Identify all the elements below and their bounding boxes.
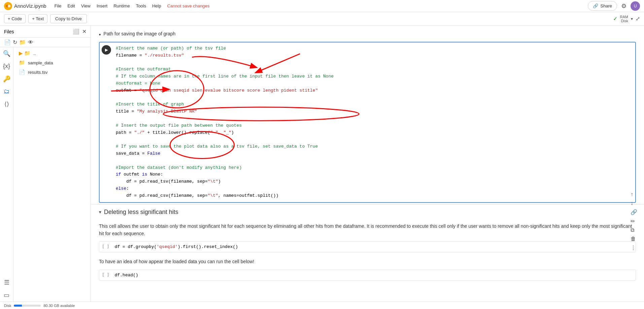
disk-fill (14, 305, 22, 307)
results-file-name: results.tsv (28, 70, 48, 75)
sidebar-title: Files (4, 29, 73, 34)
text-content-2: To have an idea of how appear the loaded… (99, 259, 254, 264)
code-line-comment-1: #Insert the name (or path) of the tsv fi… (116, 46, 226, 51)
sample-data-folder-name: sample_data (28, 60, 53, 65)
sidebar-header: Files ⬜ ✕ (0, 26, 91, 38)
disk-info-text: 80.30 GB available (43, 304, 75, 308)
add-text-button[interactable]: + Text (28, 14, 47, 23)
main-code-cell: ▶ #Insert the name (or path) of the tsv … (99, 42, 636, 203)
section-header-deleting: ▾ Deleting less significant hits (91, 204, 644, 220)
text-content-1: This cell allows the user to obtain only… (99, 223, 632, 236)
menu-view[interactable]: View (78, 2, 93, 10)
cell-bracket-2: [ ] (99, 242, 112, 252)
disk-usage-bar (14, 305, 41, 307)
file-item-results[interactable]: 📄 results.tsv (13, 67, 91, 77)
code-cell-3[interactable]: [ ] df.head() (99, 270, 636, 281)
sidebar-close-icon[interactable]: ✕ (82, 28, 86, 35)
nav-arrow-icon[interactable]: ⟨⟩ (4, 100, 9, 108)
nav-files-icon[interactable]: 🗂 (4, 88, 10, 95)
more-icon[interactable]: ⋮ (631, 245, 637, 251)
ram-disk-dropdown-icon[interactable]: ▾ (631, 17, 633, 21)
menu-tools[interactable]: Tools (133, 2, 149, 10)
file-toolbar: 📄 ↻ 📁 👁 (0, 38, 91, 47)
link-icon[interactable]: 🔗 (631, 209, 637, 215)
disk-label-bottom: Disk (4, 304, 11, 308)
svg-point-2 (8, 5, 10, 7)
upload-file-icon[interactable]: 📄 (4, 39, 11, 45)
notebook-content: • Path for saving the image of graph ▶ #… (91, 26, 644, 302)
code-cell-2[interactable]: [ ] df = df.groupby('qseqid').first().re… (99, 241, 636, 252)
section-title: Deleting less significant hits (104, 209, 178, 216)
bullet-cell: • Path for saving the image of graph (91, 26, 644, 40)
nav-secrets-icon[interactable]: 🔑 (3, 75, 10, 83)
code-content-3: df.head() (112, 270, 636, 280)
second-toolbar: + Code + Text Copy to Drive ✓ RAM Disk ▾… (0, 12, 644, 26)
bullet-text: Path for saving the image of graph (104, 31, 176, 36)
nav-list-icon[interactable]: ☰ (4, 279, 9, 286)
share-link-icon: 🔗 (593, 3, 598, 8)
code-cell-1[interactable]: ▶ #Insert the name (or path) of the tsv … (99, 42, 636, 203)
text-cell-1: This cell allows the user to obtain only… (91, 220, 644, 240)
sample-data-folder-icon: 📁 (19, 60, 25, 66)
right-action-bar: ↑ ↓ 🔗 ✏ ⧉ 🗑 ⋮ (631, 191, 637, 251)
nav-search-icon[interactable]: 🔍 (3, 50, 10, 57)
run-button-1[interactable]: ▶ (102, 45, 111, 55)
menu-edit[interactable]: Edit (65, 2, 78, 10)
user-avatar[interactable]: U (631, 1, 640, 11)
new-folder-icon[interactable]: 📁 (19, 39, 26, 45)
share-label: Share (600, 3, 612, 8)
parent-folder-icon: ▶ 📁 (19, 50, 31, 56)
menu-bar: File Edit View Insert Runtime Tools Help… (52, 2, 212, 10)
bottom-bar: Disk 80.30 GB available (0, 302, 644, 309)
nav-terminal-icon[interactable]: ▭ (4, 291, 9, 299)
hide-files-icon[interactable]: 👁 (28, 39, 33, 45)
top-right: 🔗 Share ⚙ U (588, 1, 640, 11)
collapse-arrow-icon[interactable]: ▾ (99, 209, 101, 215)
ram-label: RAM (620, 15, 628, 19)
bullet-dot: • (99, 32, 101, 38)
menu-runtime[interactable]: Runtime (111, 2, 132, 10)
copy-icon[interactable]: ⧉ (631, 227, 637, 233)
left-nav: 🔍 {x} 🔑 🗂 ⟨⟩ ☰ ▭ (0, 47, 13, 302)
cell-bracket-3: [ ] (99, 270, 112, 280)
copy-to-drive-button[interactable]: Copy to Drive (50, 14, 87, 23)
maximize-icon[interactable]: ⤢ (636, 16, 640, 22)
sidebar: Files ⬜ ✕ 📄 ↻ 📁 👁 🔍 {x} 🔑 🗂 (0, 26, 91, 302)
code-content-2: df = df.groupby('qseqid').first().reset_… (112, 242, 636, 252)
connected-check-icon: ✓ (613, 16, 617, 22)
notebook-title: AnnoViz.ipynb (14, 3, 46, 9)
settings-icon[interactable]: ⚙ (621, 2, 627, 10)
code-content-1: #Insert the name (or path) of the tsv fi… (113, 42, 635, 202)
share-button[interactable]: 🔗 Share (588, 1, 617, 11)
file-item-sample-data[interactable]: 📁 sample_data (13, 58, 91, 67)
menu-cannot-save[interactable]: Cannot save changes (165, 2, 212, 10)
edit-icon[interactable]: ✏ (631, 218, 637, 224)
refresh-icon[interactable]: ↻ (13, 39, 17, 45)
menu-file[interactable]: File (52, 2, 64, 10)
logo: AnnoViz.ipynb (4, 2, 46, 10)
file-list: ▶ 📁 .. 📁 sample_data 📄 results.tsv (13, 47, 91, 302)
nav-variables-icon[interactable]: {x} (3, 63, 10, 70)
ram-disk-info: RAM Disk (620, 15, 628, 23)
disk-label-top: Disk (621, 19, 628, 23)
menu-insert[interactable]: Insert (94, 2, 110, 10)
delete-icon[interactable]: 🗑 (631, 236, 637, 242)
move-down-icon[interactable]: ↓ (631, 200, 637, 206)
parent-folder-name: .. (33, 51, 36, 56)
move-up-icon[interactable]: ↑ (631, 191, 637, 197)
top-bar: AnnoViz.ipynb File Edit View Insert Runt… (0, 0, 644, 12)
cell-gutter-1: ▶ (100, 42, 113, 57)
bullet-item: • Path for saving the image of graph (99, 30, 636, 39)
text-cell-2: To have an idea of how appear the loaded… (91, 255, 644, 268)
ram-disk-status: ✓ RAM Disk ▾ ⤢ (613, 15, 640, 23)
file-item-parent[interactable]: ▶ 📁 .. (13, 49, 91, 58)
colab-logo-icon (4, 2, 12, 10)
sidebar-icons: ⬜ ✕ (73, 28, 86, 35)
results-file-icon: 📄 (19, 69, 25, 75)
menu-help[interactable]: Help (149, 2, 164, 10)
add-code-button[interactable]: + Code (4, 14, 26, 23)
sidebar-expand-icon[interactable]: ⬜ (73, 28, 79, 35)
